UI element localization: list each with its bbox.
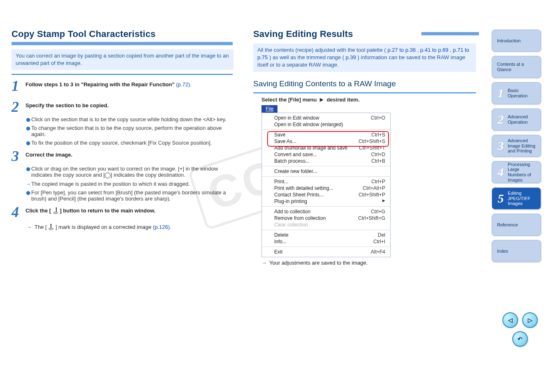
tab-label: Editing JPEG/TIFF Images	[508, 191, 537, 206]
menu-item[interactable]: Open in Edit window (enlarged)	[262, 121, 390, 128]
menu-item[interactable]: Remove from collectionCtrl+Shift+G	[262, 215, 390, 221]
file-menu: Open in Edit windowCtrl+OOpen in Edit wi…	[261, 113, 391, 257]
step-1-number: 1	[12, 79, 25, 93]
menu-item[interactable]: Save As...Ctrl+Shift+S	[262, 138, 390, 145]
bullet-dot-icon: ●	[25, 117, 31, 122]
menu-item[interactable]: Plug-in printing	[262, 198, 390, 205]
menu-item[interactable]: Contact Sheet Prints...Ctrl+Shift+P	[262, 191, 390, 198]
sidebar-tab[interactable]: Introduction	[492, 30, 541, 52]
thin-rule-left	[12, 74, 233, 75]
right-subsection-title: Saving Editing Contents to a RAW Image	[253, 79, 476, 88]
svg-point-2	[51, 224, 52, 225]
sidebar-tab[interactable]: 4Processing Large Numbers of Images	[492, 161, 541, 183]
menu-item-shortcut: Ctrl+S	[371, 132, 385, 138]
right-result-note: Your adjustments are saved to the image.	[269, 260, 368, 266]
menu-item-label: Save	[274, 132, 371, 138]
menu-item-label: Plug-in printing	[274, 198, 379, 204]
sidebar-tab[interactable]: 3Advanced Image Editing and Printing	[492, 135, 541, 157]
xref-p39[interactable]: p.39	[346, 54, 356, 60]
menu-item-label: Contact Sheet Prints...	[274, 192, 358, 198]
tab-label: Advanced Operation	[508, 114, 537, 125]
step-2-bullet-2: To change the section that is to be the …	[31, 125, 233, 137]
menu-item-label: Convert and save...	[274, 152, 371, 157]
step-2-bullet-3: To fix the position of the copy source, …	[31, 140, 212, 146]
sidebar-tab[interactable]: Contents at a Glance	[492, 56, 541, 78]
menu-item-label: Create new folder...	[274, 168, 385, 174]
menu-item[interactable]: Add thumbnail to image and saveCtrl+Shif…	[262, 145, 390, 151]
step-2-head: Specify the section to be copied.	[25, 102, 109, 108]
tab-label: Introduction	[497, 38, 537, 44]
step-3-bullet-1: Click or drag on the section you want to…	[31, 166, 233, 178]
menu-item[interactable]: SaveCtrl+S	[262, 131, 390, 138]
tab-label: Contents at a Glance	[497, 62, 537, 72]
svg-point-3	[49, 228, 53, 230]
menu-item[interactable]: Create new folder...	[262, 168, 390, 175]
tab-label: Advanced Image Editing and Printing	[508, 138, 537, 154]
title-rule-right-short	[421, 32, 479, 35]
menu-item-label: Print with detailed setting...	[274, 185, 363, 191]
menu-item-label: Add thumbnail to image and save	[274, 145, 359, 151]
menu-item[interactable]: ExitAlt+F4	[262, 249, 390, 255]
menu-item-label: Delete	[274, 232, 378, 238]
menu-item-label: Remove from collection	[274, 215, 358, 221]
tab-label: Processing Large Numbers of Images	[508, 162, 537, 183]
step-1-page-ref[interactable]: (p.72).	[176, 81, 192, 88]
arrow-icon: →	[261, 260, 267, 266]
tab-number: 3	[495, 139, 506, 153]
menu-item[interactable]: Add to collectionCtrl+G	[262, 208, 390, 215]
menu-item-shortcut: Ctrl+D	[371, 152, 385, 157]
menu-item[interactable]: DeleteDel	[262, 232, 390, 238]
tab-number: 4	[495, 165, 506, 180]
menu-item[interactable]: Batch process...Ctrl+B	[262, 158, 390, 164]
xref-p41-p69[interactable]: p.41 to p.69	[420, 47, 449, 53]
menu-item[interactable]: Print...Ctrl+P	[262, 178, 390, 185]
nav-back-button[interactable]: ↶	[512, 331, 528, 347]
tab-number: 1	[495, 86, 506, 101]
menu-item-shortcut: Ctrl+P	[371, 179, 385, 184]
step-4-head: Click the [ ] button to return to the ma…	[25, 208, 155, 214]
bullet-dot-icon: ●	[25, 166, 31, 171]
menu-item[interactable]: Print with detailed setting...Ctrl+Alt+P	[262, 185, 390, 191]
menu-item[interactable]: Info...Ctrl+I	[262, 238, 390, 245]
title-rule-left	[12, 42, 233, 45]
sidebar-tab[interactable]: 5Editing JPEG/TIFF Images	[492, 187, 541, 210]
step-2-number: 2	[12, 100, 25, 114]
menu-item-label: Print...	[274, 179, 371, 184]
menu-item[interactable]: Convert and save...Ctrl+D	[262, 151, 390, 158]
step-3-bullet-2: For [Pen type], you can select from [Bru…	[31, 189, 233, 202]
menu-item[interactable]: Open in Edit windowCtrl+O	[262, 115, 390, 121]
bullet-dot-icon: ●	[25, 190, 31, 195]
xref-p27-p36[interactable]: p.27 to p.36	[388, 47, 416, 53]
step-4-result: The [ ] mark is displayed on a corrected…	[35, 224, 171, 231]
svg-point-1	[53, 212, 58, 214]
svg-point-0	[56, 208, 57, 209]
menu-item-label: Open in Edit window (enlarged)	[274, 122, 385, 127]
tab-number: 5	[495, 191, 506, 206]
stamp-icon	[48, 224, 54, 231]
nav-prev-button[interactable]: ◁	[502, 312, 518, 328]
menu-instruction-left: Select the [File] menu	[261, 97, 317, 103]
step-4-page-ref[interactable]: (p.126).	[153, 224, 171, 230]
tab-label: Basic Operation	[508, 88, 537, 98]
menu-item-shortcut: Ctrl+Alt+P	[363, 185, 385, 191]
menu-item-shortcut: Ctrl+Shift+T	[359, 145, 385, 151]
menu-instruction-right: desired item.	[326, 97, 359, 103]
file-menu-label[interactable]: File	[261, 105, 278, 113]
menu-item-shortcut: Alt+F4	[371, 249, 385, 255]
menu-item: Clear collection	[262, 221, 390, 228]
tab-number: 2	[495, 113, 506, 127]
tab-label: Index	[497, 249, 537, 254]
menu-item-label: Exit	[274, 249, 371, 255]
step-4-number: 4	[12, 205, 25, 219]
menu-item-shortcut: Ctrl+I	[373, 239, 385, 244]
sidebar-tab[interactable]: Index	[492, 240, 541, 262]
sidebar-tab[interactable]: 1Basic Operation	[492, 82, 541, 104]
nav-next-button[interactable]: ▷	[522, 312, 538, 328]
sidebar-tab[interactable]: 2Advanced Operation	[492, 108, 541, 131]
menu-item-shortcut: Ctrl+B	[371, 158, 385, 164]
menu-item-label: Clear collection	[274, 222, 385, 228]
sidebar-tab[interactable]: Reference	[492, 214, 541, 236]
step-2-bullet-1: Click on the section that is to be the c…	[31, 116, 227, 122]
right-intro-box: All the contents (recipe) adjusted with …	[253, 44, 476, 72]
menu-item-shortcut: Del	[378, 232, 385, 238]
